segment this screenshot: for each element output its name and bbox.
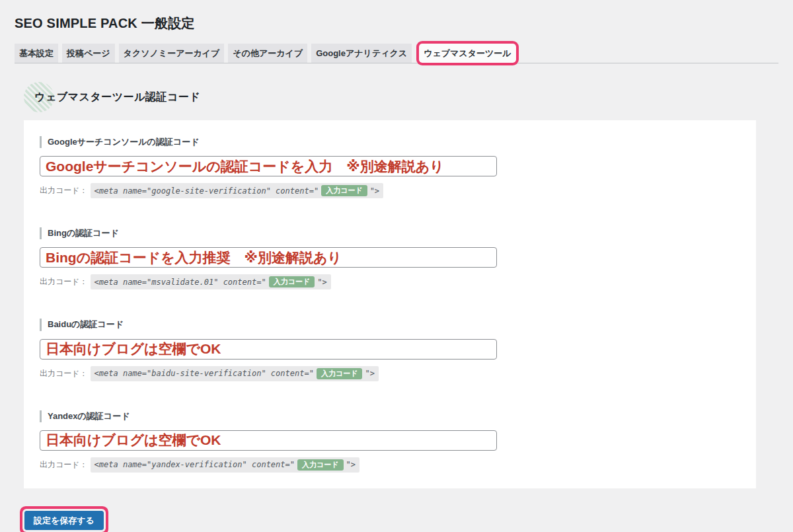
output-code-snippet: <meta name="yandex-verification" content… <box>91 457 359 473</box>
code-before: <meta name="yandex-verification" content… <box>94 460 295 469</box>
save-button-row: 設定を保存する <box>20 506 778 532</box>
code-after: "> <box>346 460 356 469</box>
input-code-badge: 入力コード <box>297 459 344 471</box>
tab-post-page[interactable]: 投稿ページ <box>62 44 115 63</box>
output-code-snippet: <meta name="msvalidate.01" content="入力コー… <box>91 274 331 289</box>
code-after: "> <box>365 369 374 378</box>
code-before: <meta name="msvalidate.01" content=" <box>94 278 266 287</box>
page-title: SEO SIMPLE PACK 一般設定 <box>15 15 778 32</box>
yandex-verification-input[interactable] <box>40 430 497 451</box>
field-label: Bingの認証コード <box>40 227 740 239</box>
code-after: "> <box>317 278 326 287</box>
output-code-row: 出力コード： <meta name="yandex-verification" … <box>40 457 740 473</box>
google-verification-input[interactable] <box>40 156 497 176</box>
code-after: "> <box>370 186 379 196</box>
output-code-label: 出力コード： <box>40 459 88 471</box>
input-code-badge: 入力コード <box>269 276 315 287</box>
field-label: Yandexの認証コード <box>40 410 740 422</box>
field-label: Googleサーチコンソールの認証コード <box>40 136 740 148</box>
field-baidu: Baiduの認証コード 出力コード： <meta name="baidu-sit… <box>40 319 740 381</box>
output-code-snippet: <meta name="baidu-site-verification" con… <box>91 366 379 381</box>
tab-taxonomy-archive[interactable]: タクソノミーアーカイブ <box>119 44 225 63</box>
tab-other-archive[interactable]: その他アーカイブ <box>228 44 307 63</box>
code-before: <meta name="baidu-site-verification" con… <box>94 369 314 378</box>
webmaster-tools-panel: Googleサーチコンソールの認証コード 出力コード： <meta name="… <box>24 120 756 488</box>
field-google-search-console: Googleサーチコンソールの認証コード 出力コード： <meta name="… <box>40 136 740 198</box>
field-yandex: Yandexの認証コード 出力コード： <meta name="yandex-v… <box>40 410 740 473</box>
output-code-label: 出力コード： <box>40 368 88 379</box>
output-code-snippet: <meta name="google-site-verification" co… <box>91 183 384 198</box>
code-before: <meta name="google-site-verification" co… <box>94 186 319 196</box>
output-code-row: 出力コード： <meta name="msvalidate.01" conten… <box>40 274 740 289</box>
tab-google-analytics[interactable]: Googleアナリティクス <box>311 44 412 63</box>
input-code-badge: 入力コード <box>321 185 367 196</box>
save-settings-button[interactable]: 設定を保存する <box>24 511 104 530</box>
output-code-row: 出力コード： <meta name="baidu-site-verificati… <box>40 366 740 381</box>
tab-webmaster-tools[interactable]: ウェブマスターツール <box>419 44 515 63</box>
section-title: ウェブマスターツール認証コード <box>24 91 200 104</box>
settings-tab-bar: 基本設定 投稿ページ タクソノミーアーカイブ その他アーカイブ Googleアナ… <box>15 44 778 63</box>
output-code-label: 出力コード： <box>40 276 88 287</box>
field-label: Baiduの認証コード <box>40 319 740 330</box>
baidu-verification-input[interactable] <box>40 339 497 360</box>
field-bing: Bingの認証コード 出力コード： <meta name="msvalidate… <box>40 227 740 289</box>
settings-page: SEO SIMPLE PACK 一般設定 基本設定 投稿ページ タクソノミーアー… <box>0 0 793 532</box>
output-code-label: 出力コード： <box>40 185 88 196</box>
input-code-badge: 入力コード <box>317 368 363 379</box>
bing-verification-input[interactable] <box>40 247 497 268</box>
tab-basic-settings[interactable]: 基本設定 <box>15 44 58 63</box>
section-heading-row: ウェブマスターツール認証コード <box>24 82 778 112</box>
output-code-row: 出力コード： <meta name="google-site-verificat… <box>40 183 740 198</box>
